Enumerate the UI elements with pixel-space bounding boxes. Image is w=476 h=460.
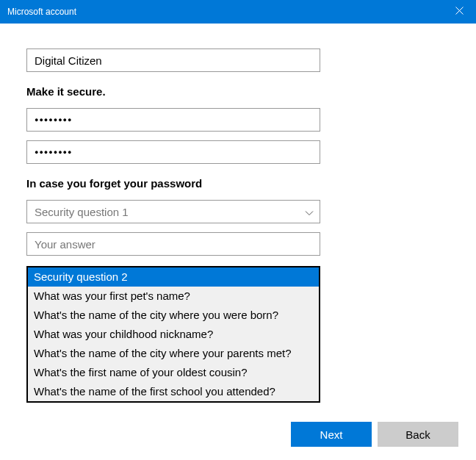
username-value: Digital Citizen xyxy=(35,54,102,67)
answer-1-input[interactable]: Your answer xyxy=(26,232,320,256)
password-masked: ●●●●●●●● xyxy=(35,116,73,123)
security-question-1-select[interactable]: Security question 1 xyxy=(26,200,320,223)
content-area: Digital Citizen Make it secure. ●●●●●●●●… xyxy=(0,24,476,403)
dropdown-option[interactable]: What was your first pet's name? xyxy=(28,287,319,306)
dropdown-option[interactable]: What was your childhood nickname? xyxy=(28,325,319,344)
close-icon xyxy=(455,7,464,17)
dropdown-option[interactable]: What's the name of the city where you we… xyxy=(28,306,319,325)
dropdown-option[interactable]: What's the name of the first school you … xyxy=(28,382,319,401)
dropdown-option[interactable]: What's the name of the city where your p… xyxy=(28,344,319,363)
dropdown-option-placeholder[interactable]: Security question 2 xyxy=(28,267,319,287)
dropdown-option[interactable]: What's the first name of your oldest cou… xyxy=(28,363,319,382)
window-title: Microsoft account xyxy=(7,7,442,17)
password-input[interactable]: ●●●●●●●● xyxy=(26,108,320,132)
security-question-1-placeholder: Security question 1 xyxy=(35,206,129,218)
dialog-footer: Next Back xyxy=(291,422,458,447)
next-button[interactable]: Next xyxy=(291,422,372,447)
heading-secure: Make it secure. xyxy=(26,85,450,98)
username-input[interactable]: Digital Citizen xyxy=(26,48,320,72)
security-question-2-dropdown[interactable]: Security question 2 What was your first … xyxy=(26,266,320,403)
confirm-password-input[interactable]: ●●●●●●●● xyxy=(26,140,320,164)
back-button[interactable]: Back xyxy=(378,422,458,447)
close-button[interactable] xyxy=(442,0,476,24)
heading-forget: In case you forget your password xyxy=(26,177,450,190)
confirm-password-masked: ●●●●●●●● xyxy=(35,148,73,156)
answer-1-placeholder: Your answer xyxy=(35,238,95,251)
title-bar: Microsoft account xyxy=(0,0,476,24)
chevron-down-icon xyxy=(305,206,314,218)
